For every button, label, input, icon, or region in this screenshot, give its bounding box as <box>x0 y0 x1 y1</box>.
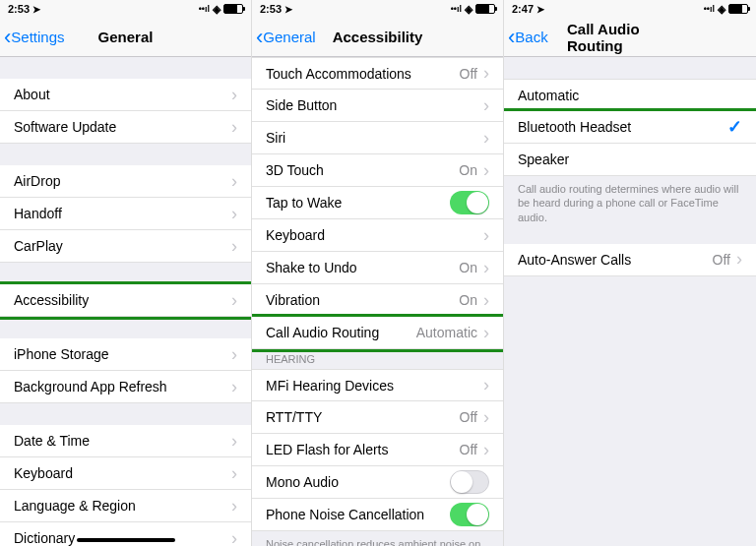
page-title: General <box>98 29 154 45</box>
screen-call-audio-routing: 2:47 ➤ ••ıl ◈ ‹ Back Call Audio Routing … <box>504 0 756 546</box>
row-airdrop[interactable]: AirDrop› <box>0 165 251 198</box>
row-touch-accommodations[interactable]: Touch AccommodationsOff› <box>252 57 503 90</box>
row-vibration[interactable]: VibrationOn› <box>252 284 503 317</box>
row-label: Phone Noise Cancellation <box>266 507 450 522</box>
screen-general: 2:53 ➤ ••ıl ◈ ‹ Settings General About› … <box>0 0 252 546</box>
chevron-right-icon: › <box>483 440 489 460</box>
hearing-section-header: HEARING <box>252 349 503 369</box>
row-value: Off <box>460 409 477 425</box>
row-call-audio-routing[interactable]: Call Audio RoutingAutomatic› <box>252 317 503 349</box>
row-led-flash-for-alerts[interactable]: LED Flash for AlertsOff› <box>252 434 503 466</box>
chevron-right-icon: › <box>231 431 237 452</box>
status-time: 2:53 <box>8 3 30 15</box>
chevron-right-icon: › <box>231 463 237 484</box>
chevron-right-icon: › <box>483 407 489 428</box>
back-button[interactable]: ‹ Settings <box>0 25 65 50</box>
wifi-icon: ◈ <box>213 3 220 16</box>
row-label: 3D Touch <box>266 162 459 178</box>
battery-icon <box>475 4 495 14</box>
row-carplay[interactable]: CarPlay› <box>0 230 251 263</box>
chevron-right-icon: › <box>483 63 489 84</box>
row-handoff[interactable]: Handoff› <box>0 198 251 230</box>
row-value: On <box>459 292 477 308</box>
chevron-right-icon: › <box>231 117 237 138</box>
chevron-right-icon: › <box>736 249 742 270</box>
wifi-icon: ◈ <box>465 3 472 16</box>
chevron-right-icon: › <box>231 496 237 516</box>
row-label: LED Flash for Alerts <box>266 442 460 457</box>
row-label: MFi Hearing Devices <box>266 378 483 394</box>
row-label: Siri <box>266 130 483 146</box>
option-bluetooth-headset[interactable]: Bluetooth Headset✓ <box>504 111 756 144</box>
status-bar: 2:53 ➤ ••ıl ◈ <box>0 0 251 18</box>
option-automatic[interactable]: Automatic <box>504 79 756 111</box>
row-label: Vibration <box>266 292 459 308</box>
chevron-right-icon: › <box>231 377 237 397</box>
chevron-right-icon: › <box>483 375 489 395</box>
home-indicator[interactable] <box>77 538 175 542</box>
noise-footer: Noise cancellation reduces ambient noise… <box>252 531 503 546</box>
row-shake-to-undo[interactable]: Shake to UndoOn› <box>252 252 503 284</box>
chevron-right-icon: › <box>231 204 237 224</box>
row-iphone-storage[interactable]: iPhone Storage› <box>0 338 251 371</box>
checkmark-icon: ✓ <box>727 116 742 138</box>
status-time: 2:53 <box>260 3 282 15</box>
row-language-region[interactable]: Language & Region› <box>0 490 251 522</box>
nav-header: ‹ General Accessibility <box>252 18 503 57</box>
chevron-right-icon: › <box>483 225 489 246</box>
row-software-update[interactable]: Software Update› <box>0 111 251 144</box>
row-label: Call Audio Routing <box>266 325 416 340</box>
back-button[interactable]: ‹ Back <box>504 25 548 50</box>
back-label: Back <box>515 29 547 45</box>
row-phone-noise-cancellation[interactable]: Phone Noise Cancellation <box>252 499 503 531</box>
back-label: General <box>263 29 315 45</box>
row-value: On <box>459 162 477 178</box>
chevron-right-icon: › <box>483 95 489 116</box>
row-mono-audio[interactable]: Mono Audio <box>252 466 503 499</box>
row-side-button[interactable]: Side Button› <box>252 90 503 122</box>
toggle-switch[interactable] <box>450 503 489 526</box>
row-label: Shake to Undo <box>266 260 459 275</box>
signal-icon: ••ıl <box>451 4 462 14</box>
status-bar: 2:47 ➤ ••ıl ◈ <box>504 0 756 18</box>
wifi-icon: ◈ <box>718 3 725 16</box>
row-siri[interactable]: Siri› <box>252 122 503 154</box>
option-label: Speaker <box>518 152 742 167</box>
row-accessibility[interactable]: Accessibility› <box>0 284 251 317</box>
back-label: Settings <box>11 29 64 45</box>
row-about[interactable]: About› <box>0 79 251 111</box>
nav-header: ‹ Back Call Audio Routing <box>504 18 756 57</box>
row-date-time[interactable]: Date & Time› <box>0 425 251 457</box>
row-rtt-tty[interactable]: RTT/TTYOff› <box>252 401 503 434</box>
option-label: Bluetooth Headset <box>518 119 727 135</box>
signal-icon: ••ıl <box>704 4 715 14</box>
battery-icon <box>728 4 748 14</box>
row-background-app-refresh[interactable]: Background App Refresh› <box>0 371 251 403</box>
row-label: Mono Audio <box>266 474 450 490</box>
option-speaker[interactable]: Speaker <box>504 144 756 176</box>
row-auto-answer[interactable]: Auto-Answer Calls Off › <box>504 244 756 276</box>
row-3d-touch[interactable]: 3D TouchOn› <box>252 154 503 187</box>
chevron-right-icon: › <box>231 290 237 311</box>
row-label: Keyboard <box>266 227 483 243</box>
status-time: 2:47 <box>512 3 534 15</box>
row-dictionary[interactable]: Dictionary› <box>0 522 251 546</box>
option-label: Automatic <box>518 88 742 103</box>
chevron-right-icon: › <box>483 258 489 278</box>
row-value: On <box>459 260 477 275</box>
back-button[interactable]: ‹ General <box>252 25 316 50</box>
chevron-right-icon: › <box>231 171 237 192</box>
row-keyboard[interactable]: Keyboard› <box>0 457 251 490</box>
row-value: Off <box>460 66 477 82</box>
row-mfi-hearing-devices[interactable]: MFi Hearing Devices› <box>252 369 503 401</box>
toggle-switch[interactable] <box>450 470 489 494</box>
page-title: Call Audio Routing <box>567 21 693 54</box>
row-label: RTT/TTY <box>266 409 460 425</box>
row-keyboard[interactable]: Keyboard› <box>252 219 503 252</box>
chevron-right-icon: › <box>231 236 237 257</box>
status-bar: 2:53 ➤ ••ıl ◈ <box>252 0 503 18</box>
row-tap-to-wake[interactable]: Tap to Wake <box>252 187 503 219</box>
chevron-right-icon: › <box>231 344 237 365</box>
toggle-switch[interactable] <box>450 191 489 214</box>
signal-icon: ••ıl <box>199 4 210 14</box>
